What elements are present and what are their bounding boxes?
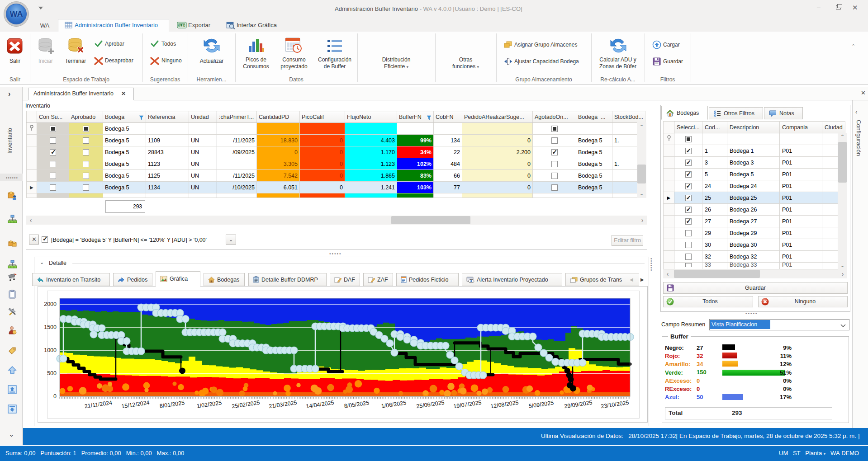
svg-text:1500: 1500 xyxy=(44,324,57,330)
svg-text:1/02/2025: 1/02/2025 xyxy=(196,400,222,409)
svg-text:2000: 2000 xyxy=(44,301,57,307)
svg-text:8/01/2025: 8/01/2025 xyxy=(159,400,185,409)
svg-text:1/06/2025: 1/06/2025 xyxy=(381,400,407,409)
svg-text:25/02/2025: 25/02/2025 xyxy=(231,400,260,410)
svg-text:14/04/2025: 14/04/2025 xyxy=(305,400,334,410)
svg-text:XLSX: XLSX xyxy=(178,24,186,27)
svg-text:8/05/2025: 8/05/2025 xyxy=(344,400,370,409)
svg-text:0: 0 xyxy=(53,393,57,400)
svg-text:5/09/2025: 5/09/2025 xyxy=(528,400,554,409)
svg-text:25/06/2025: 25/06/2025 xyxy=(416,400,445,410)
svg-text:29/09/2025: 29/09/2025 xyxy=(564,400,593,410)
svg-text:21/11/2024: 21/11/2024 xyxy=(84,400,113,409)
svg-text:500: 500 xyxy=(47,370,57,376)
svg-text:1000: 1000 xyxy=(44,347,57,353)
svg-text:15/12/2024: 15/12/2024 xyxy=(121,400,150,410)
svg-text:19/07/2025: 19/07/2025 xyxy=(453,400,482,410)
svg-text:23/10/2025: 23/10/2025 xyxy=(600,400,629,410)
svg-text:21/03/2025: 21/03/2025 xyxy=(268,400,297,410)
svg-text:12/08/2025: 12/08/2025 xyxy=(490,400,519,410)
